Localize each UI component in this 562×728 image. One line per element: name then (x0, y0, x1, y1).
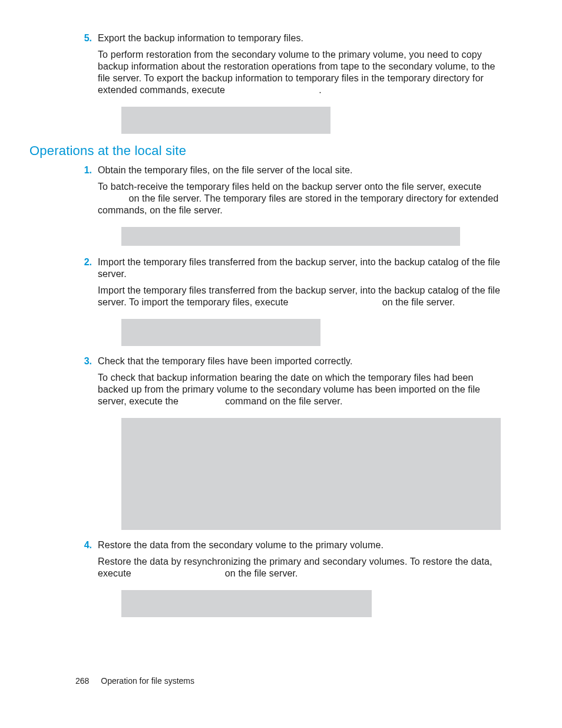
step-3-paragraph: To check that backup information bearing… (98, 372, 501, 407)
step-2-number: 2. (77, 256, 92, 314)
step-4-paragraph: Restore the data by resynchronizing the … (98, 556, 501, 579)
step-3-number: 3. (77, 355, 92, 413)
code-block-restore (121, 590, 372, 617)
step-5-title: Export the backup information to tempora… (98, 32, 501, 44)
step-1-title: Obtain the temporary files, on the file … (98, 164, 501, 176)
step-1-number: 1. (77, 164, 92, 222)
step-4-body: Restore the data from the secondary volu… (98, 539, 533, 585)
step-4-title: Restore the data from the secondary volu… (98, 539, 501, 551)
step-2: 2. Import the temporary files transferre… (29, 256, 533, 314)
remote-site-steps: 5. Export the backup information to temp… (29, 32, 533, 134)
step-4: 4. Restore the data from the secondary v… (29, 539, 533, 585)
page-footer: 268 Operation for file systems (75, 676, 194, 686)
page: 5. Export the backup information to temp… (0, 0, 562, 728)
step-5-para-text: To perform restoration from the secondar… (98, 50, 495, 95)
step-5-paragraph: To perform restoration from the secondar… (98, 49, 501, 96)
code-block-obtain (121, 227, 460, 246)
step-1-para-a: To batch-receive the temporary files hel… (98, 182, 481, 192)
code-block-export (121, 107, 330, 134)
page-number: 268 (75, 676, 89, 686)
step-2-para-b: on the file server. (382, 297, 455, 307)
step-3: 3. Check that the temporary files have b… (29, 355, 533, 413)
step-5-number: 5. (77, 32, 92, 102)
step-5-body: Export the backup information to tempora… (98, 32, 533, 102)
local-site-steps: 1. Obtain the temporary files, on the fi… (29, 164, 533, 617)
step-3-title: Check that the temporary files have been… (98, 355, 501, 367)
step-1-paragraph: To batch-receive the temporary files hel… (98, 181, 501, 216)
step-3-body: Check that the temporary files have been… (98, 355, 533, 413)
code-block-import (121, 319, 320, 346)
step-5: 5. Export the backup information to temp… (29, 32, 533, 102)
code-block-check (121, 418, 501, 530)
footer-section-title: Operation for file systems (101, 676, 194, 686)
step-3-para-b: command on the file server. (225, 396, 342, 406)
step-1-para-b: on the file server. The temporary files … (98, 193, 498, 215)
step-4-para-b: on the file server. (225, 568, 298, 578)
step-2-body: Import the temporary files transferred f… (98, 256, 533, 314)
step-1-body: Obtain the temporary files, on the file … (98, 164, 533, 222)
step-2-title: Import the temporary files transferred f… (98, 256, 501, 280)
section-heading-local-site: Operations at the local site (29, 143, 533, 159)
step-1: 1. Obtain the temporary files, on the fi… (29, 164, 533, 222)
step-2-paragraph: Import the temporary files transferred f… (98, 285, 501, 308)
step-5-para-trail: . (319, 85, 322, 95)
step-4-number: 4. (77, 539, 92, 585)
